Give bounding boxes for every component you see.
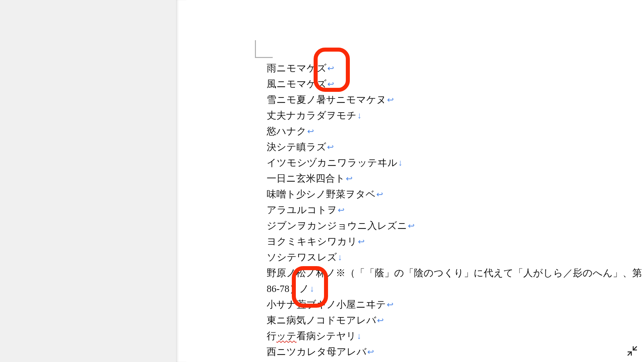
text-span: 雪ニモ夏ノ暑サニモマケヌ xyxy=(267,94,386,105)
text-line[interactable]: 86-78）ノ↓ xyxy=(267,281,644,297)
pilcrow-icon: ↩ xyxy=(407,221,415,230)
line-break-arrow-icon: ↓ xyxy=(356,331,361,341)
text-line[interactable]: 丈夫ナカラダヲモチ↓ xyxy=(267,108,644,123)
text-line[interactable]: ジブンヲカンジョウニ入レズニ↩ xyxy=(267,218,644,234)
collapse-icon xyxy=(627,352,638,358)
text-line[interactable]: 行ッテ看病シテヤリ↓ xyxy=(267,328,644,344)
document-body[interactable]: 雨ニモマケズ↩風ニモマケズ↩雪ニモ夏ノ暑サニモマケヌ↩丈夫ナカラダヲモチ↓慾ハナ… xyxy=(267,60,644,362)
text-line[interactable]: アラユルコトヲ↩ xyxy=(267,202,644,218)
text-span: ヨクミキキシワカリ xyxy=(267,236,357,247)
text-span: アラユルコトヲ xyxy=(267,204,337,215)
spellcheck-squiggle: ッテ xyxy=(276,330,297,341)
text-line[interactable]: 風ニモマケズ↩ xyxy=(267,76,644,92)
text-span: 雨ニモマケズ xyxy=(267,63,327,73)
text-span: 丈夫ナカラダヲモチ xyxy=(267,110,357,121)
navigation-sidebar xyxy=(0,0,176,362)
text-line[interactable]: 西ニツカレタ母アレバ↩ xyxy=(267,344,644,360)
page-gutter xyxy=(176,0,186,362)
text-span: 一日ニ玄米四合ト xyxy=(267,173,345,184)
text-span: イツモシヅカニワラッテヰル xyxy=(267,157,397,168)
text-span: 小サナ萓ブキノ小屋ニヰテ xyxy=(267,299,386,310)
text-span: 慾ハナク xyxy=(267,126,307,136)
text-span: 野原ノ松ノ林ノ※（「「蔭」の「陰のつくり」に代えて「人がしら／髟のへん」、第４オ xyxy=(267,267,644,278)
pilcrow-icon: ↩ xyxy=(357,237,365,246)
margin-corner-marker xyxy=(255,40,273,58)
text-span: 西ニツカレタ母アレバ xyxy=(267,346,367,357)
text-line[interactable]: 野原ノ松ノ林ノ※（「「蔭」の「陰のつくり」に代えて「人がしら／髟のへん」、第４オ xyxy=(267,265,644,281)
pilcrow-icon: ↩ xyxy=(345,174,353,183)
text-line[interactable]: 東ニ病気ノコドモアレバ↩ xyxy=(267,312,644,328)
collapse-view-button[interactable] xyxy=(627,345,638,357)
text-span: ソシテワスレズ xyxy=(267,252,337,262)
text-line[interactable]: 小サナ萓ブキノ小屋ニヰテ↩ xyxy=(267,297,644,312)
text-line[interactable]: 一日ニ玄米四合ト↩ xyxy=(267,171,644,186)
text-line[interactable]: 雪ニモ夏ノ暑サニモマケヌ↩ xyxy=(267,92,644,108)
pilcrow-icon: ↩ xyxy=(386,300,393,309)
pilcrow-icon: ↩ xyxy=(326,142,334,152)
pilcrow-icon: ↩ xyxy=(337,205,344,215)
text-line[interactable]: 味噌ト少シノ野菜ヲタベ↩ xyxy=(267,186,644,202)
line-break-arrow-icon: ↓ xyxy=(337,252,342,262)
text-line[interactable]: 雨ニモマケズ↩ xyxy=(267,60,644,76)
text-span: 行 xyxy=(267,330,276,341)
text-line[interactable]: 慾ハナク↩ xyxy=(267,123,644,139)
pilcrow-icon: ↩ xyxy=(327,79,334,88)
text-span: ジブンヲカンジョウニ入レズニ xyxy=(267,220,407,231)
pilcrow-icon: ↩ xyxy=(307,127,314,136)
text-span: 86-78）ノ xyxy=(267,283,309,294)
text-line[interactable]: イツモシヅカニワラッテヰル↓ xyxy=(267,155,644,171)
text-line[interactable]: 行ッテソノ稲ノ束ヲ「＃「束ヲ」は ママ］負ヒ↩ xyxy=(267,360,644,362)
text-span: 看病シテヤリ xyxy=(297,330,356,341)
line-break-arrow-icon: ↓ xyxy=(357,110,362,120)
text-span: 味噌ト少シノ野菜ヲタベ xyxy=(267,189,376,199)
text-span: 風ニモマケズ xyxy=(267,78,327,89)
pilcrow-icon: ↩ xyxy=(386,95,394,104)
text-span: 決シテ瞋ラズ xyxy=(267,141,326,152)
text-line[interactable]: 決シテ瞋ラズ↩ xyxy=(267,139,644,155)
pilcrow-icon: ↩ xyxy=(376,316,384,325)
text-line[interactable]: ヨクミキキシワカリ↩ xyxy=(267,234,644,249)
line-break-arrow-icon: ↓ xyxy=(397,158,402,168)
line-break-arrow-icon: ↓ xyxy=(309,284,314,294)
text-line[interactable]: ソシテワスレズ↓ xyxy=(267,249,644,265)
pilcrow-icon: ↩ xyxy=(327,64,334,73)
pilcrow-icon: ↩ xyxy=(367,347,374,356)
pilcrow-icon: ↩ xyxy=(376,190,383,199)
text-span: 東ニ病気ノコドモアレバ xyxy=(267,315,376,325)
